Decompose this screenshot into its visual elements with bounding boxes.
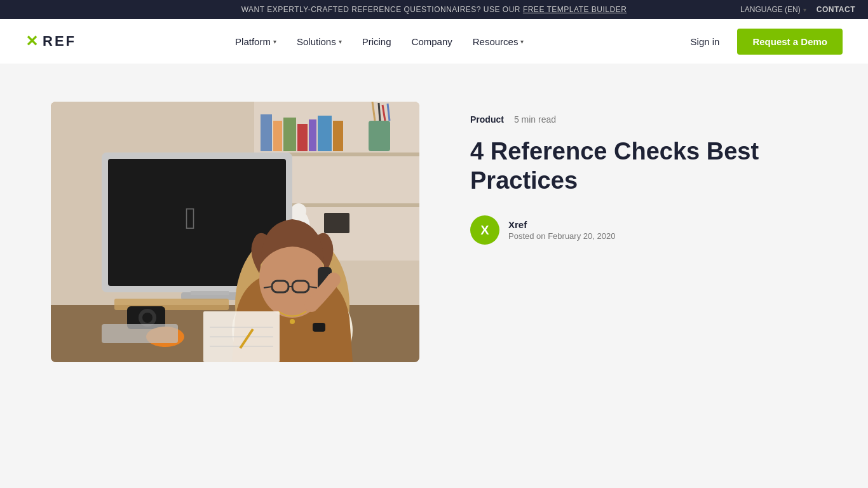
svg-rect-4 [261,114,272,151]
nav-item-solutions[interactable]: Solutions ▾ [289,31,349,52]
language-label: LANGUAGE (EN) [740,5,801,14]
nav-item-platform[interactable]: Platform ▾ [227,31,284,52]
template-builder-link[interactable]: FREE TEMPLATE BUILDER [523,5,627,14]
main-content:  [0,64,868,445]
solutions-label: Solutions [297,36,336,47]
nav-item-resources[interactable]: Resources ▾ [465,31,532,52]
solutions-chevron-icon: ▾ [339,38,342,45]
platform-chevron-icon: ▾ [273,38,276,45]
svg-line-13 [379,103,380,121]
language-chevron-icon: ▾ [803,6,806,13]
svg-point-35 [290,319,295,324]
resources-chevron-icon: ▾ [520,38,524,45]
svg-rect-5 [273,121,282,151]
main-nav: Platform ▾ Solutions ▾ Pricing Company R… [227,31,531,52]
nav-item-pricing[interactable]: Pricing [355,31,399,52]
author-avatar: X [470,215,499,245]
article-read-time: 5 min read [514,114,556,125]
article-image:  [51,102,419,362]
sign-in-link[interactable]: Sign in [683,31,728,52]
banner-text: WANT EXPERTLY-CRAFTED REFERENCE QUESTION… [241,5,523,14]
company-label: Company [412,36,452,47]
contact-link[interactable]: CONTACT [817,5,855,14]
author-details: Xref Posted on February 20, 2020 [508,219,615,241]
svg-rect-23 [191,291,229,295]
logo[interactable]: ✕ REF [25,32,76,50]
top-banner: WANT EXPERTLY-CRAFTED REFERENCE QUESTION… [0,0,868,19]
svg-rect-18 [324,213,349,233]
request-demo-button[interactable]: Request a Demo [737,29,843,55]
svg-point-17 [291,203,306,219]
article-category: Product [470,114,504,125]
svg-rect-10 [333,121,343,151]
nav-item-company[interactable]: Company [404,31,460,52]
author-initial: X [480,223,489,238]
article-meta: Product 5 min read [470,114,817,125]
nav-right: Sign in Request a Demo [683,29,843,55]
svg-rect-36 [313,323,325,332]
svg-rect-7 [297,124,308,151]
platform-label: Platform [235,36,271,47]
posted-date: Posted on February 20, 2020 [508,231,615,241]
author-name: Xref [508,219,615,230]
svg-text::  [185,201,196,235]
svg-rect-8 [309,119,316,151]
svg-rect-9 [318,116,332,151]
article-info: Product 5 min read 4 Reference Checks Be… [470,102,817,245]
resources-label: Resources [473,36,519,47]
svg-rect-6 [283,118,296,151]
author-section: X Xref Posted on February 20, 2020 [470,215,817,245]
logo-x-icon: ✕ [25,32,40,50]
language-selector[interactable]: LANGUAGE (EN) ▾ [740,5,806,14]
logo-text: REF [43,33,76,50]
svg-rect-46 [102,324,178,343]
pricing-label: Pricing [362,36,391,47]
svg-rect-11 [369,121,390,151]
article-title: 4 Reference Checks Best Practices [470,137,817,195]
header: ✕ REF Platform ▾ Solutions ▾ Pricing Com… [0,19,868,64]
svg-point-44 [142,313,153,323]
